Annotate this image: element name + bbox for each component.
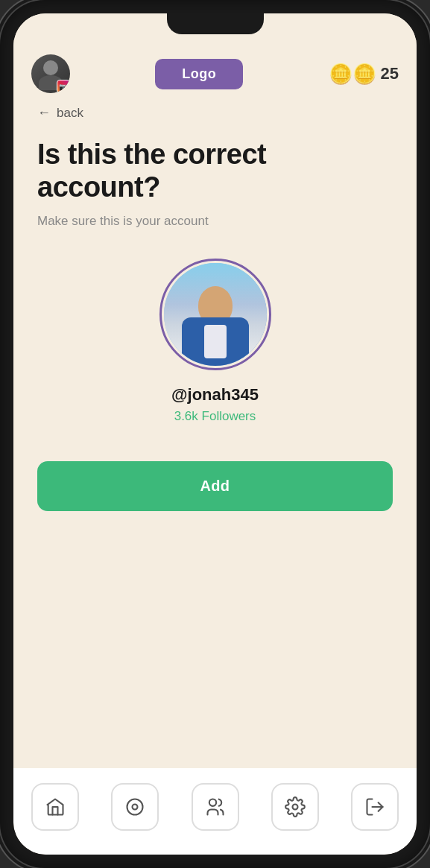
add-button[interactable]: Add xyxy=(37,461,393,511)
phone-screen: 📷 Logo 🪙🪙 25 ← back Is this the correct … xyxy=(13,13,417,855)
coins-icon: 🪙🪙 xyxy=(329,64,376,83)
notch xyxy=(167,13,264,34)
profile-avatar-wrapper xyxy=(159,259,271,370)
nav-settings[interactable] xyxy=(271,783,319,831)
svg-point-3 xyxy=(292,805,297,810)
back-arrow-icon: ← xyxy=(37,105,51,121)
nav-users[interactable] xyxy=(192,783,239,831)
phone-frame: 📷 Logo 🪙🪙 25 ← back Is this the correct … xyxy=(0,0,430,868)
coins-container: 🪙🪙 25 xyxy=(329,64,399,83)
page-subtitle: Make sure this is your account xyxy=(37,214,393,229)
explore-icon xyxy=(124,796,145,817)
back-link[interactable]: ← back xyxy=(37,105,393,121)
nav-logout[interactable] xyxy=(351,783,399,831)
main-content: ← back Is this the correct account? Make… xyxy=(13,105,417,768)
profile-followers: 3.6k Followers xyxy=(174,409,256,424)
settings-icon xyxy=(285,796,306,817)
svg-point-0 xyxy=(127,799,143,815)
svg-point-1 xyxy=(133,805,138,810)
person-shirt xyxy=(204,325,227,358)
profile-person-image xyxy=(164,263,267,366)
person-body xyxy=(182,317,249,366)
coins-count: 25 xyxy=(381,64,399,83)
svg-point-2 xyxy=(209,799,215,806)
logout-icon xyxy=(364,796,385,817)
profile-avatar xyxy=(164,263,267,366)
back-label: back xyxy=(57,106,83,121)
nav-explore[interactable] xyxy=(111,783,159,831)
page-title: Is this the correct account? xyxy=(37,139,393,203)
profile-username: @jonah345 xyxy=(171,385,259,405)
user-avatar[interactable]: 📷 xyxy=(31,54,70,93)
bottom-nav xyxy=(13,768,417,855)
nav-home[interactable] xyxy=(31,783,79,831)
profile-section: @jonah345 3.6k Followers xyxy=(37,259,393,424)
users-icon xyxy=(205,796,226,817)
home-icon xyxy=(45,796,66,817)
instagram-badge: 📷 xyxy=(57,80,70,93)
logo-button[interactable]: Logo xyxy=(155,59,243,89)
